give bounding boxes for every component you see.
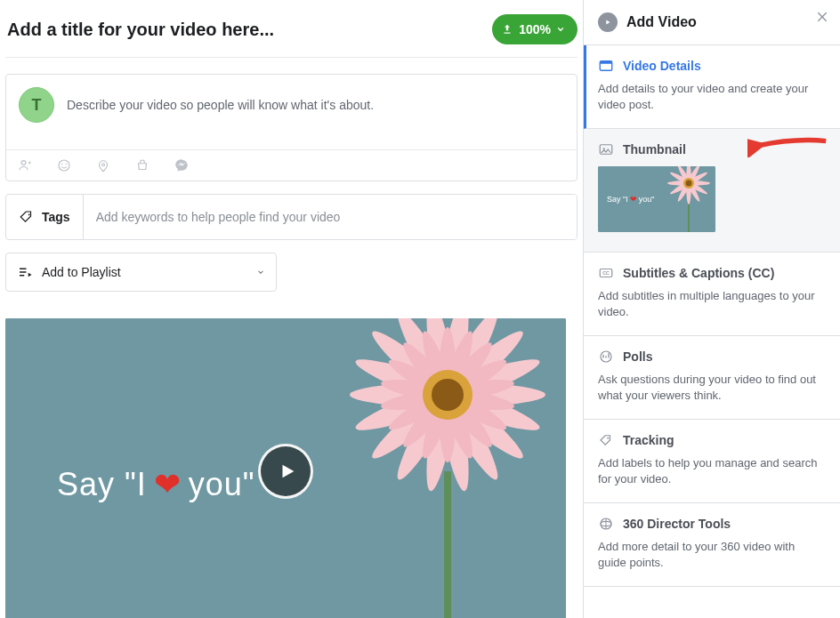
section-tracking[interactable]: Tracking Add labels to help you manage a… (584, 420, 840, 503)
avatar: T (19, 87, 54, 123)
section-desc: Ask questions during your video to find … (598, 372, 826, 403)
product-icon[interactable] (134, 157, 150, 173)
globe-icon (598, 516, 614, 532)
chevron-down-icon (556, 25, 565, 34)
svg-point-28 (432, 379, 464, 411)
playlist-label: Add to Playlist (42, 265, 121, 279)
play-icon (278, 461, 297, 482)
svg-point-1 (21, 161, 26, 165)
upload-progress-text: 100% (519, 22, 551, 36)
chevron-down-icon (256, 265, 265, 279)
tags-input[interactable] (84, 195, 577, 239)
section-thumbnail[interactable]: Thumbnail Say "I ❤ you" (584, 129, 840, 253)
upload-icon (501, 23, 513, 36)
play-button[interactable] (258, 444, 313, 499)
polls-icon (598, 349, 614, 365)
compose-box: T (5, 74, 578, 181)
preview-overlay-text: Say "I ❤ you" (57, 466, 255, 503)
image-icon (598, 141, 614, 157)
svg-point-46 (607, 437, 609, 439)
section-desc: Add subtitles in multiple languages to y… (598, 288, 826, 319)
svg-point-2 (59, 160, 69, 171)
svg-point-4 (66, 164, 68, 165)
close-button[interactable] (815, 9, 829, 27)
avatar-initial: T (32, 96, 42, 115)
tags-label: Tags (6, 195, 84, 239)
side-header: Add Video (584, 0, 840, 45)
thumbnail-preview[interactable]: Say "I ❤ you" (598, 166, 715, 232)
heart-icon: ❤ (154, 466, 182, 503)
section-polls[interactable]: Polls Ask questions during your video to… (584, 336, 840, 420)
upload-progress-button[interactable]: 100% (492, 14, 578, 44)
tags-label-text: Tags (42, 210, 70, 224)
section-title: Tracking (623, 433, 674, 447)
title-row: 100% (5, 5, 578, 58)
details-icon (598, 58, 614, 74)
section-subtitles[interactable]: CC Subtitles & Captions (CC) Add subtitl… (584, 253, 840, 336)
section-title: Thumbnail (623, 142, 686, 157)
playlist-icon (17, 264, 33, 280)
preview-text-right: you" (189, 466, 255, 503)
cc-icon: CC (598, 265, 614, 281)
section-title: 360 Director Tools (623, 517, 731, 531)
section-360-director[interactable]: 360 Director Tools Add more detail to yo… (584, 503, 840, 587)
video-badge-icon (598, 12, 618, 32)
svg-point-5 (102, 164, 105, 166)
section-title: Polls (623, 349, 652, 364)
location-icon[interactable] (95, 157, 111, 173)
svg-rect-0 (505, 33, 511, 34)
main-panel: 100% T (0, 0, 583, 618)
messenger-icon[interactable] (174, 157, 190, 173)
section-desc: Add more detail to your 360 video with g… (598, 539, 826, 570)
thumb-text-left: Say "I (607, 195, 628, 204)
add-to-playlist-dropdown[interactable]: Add to Playlist (5, 253, 277, 292)
compose-toolbar (6, 149, 577, 181)
svg-text:CC: CC (602, 270, 610, 276)
video-description-input[interactable] (65, 87, 564, 123)
svg-rect-8 (444, 471, 451, 618)
tag-person-icon[interactable] (17, 157, 33, 173)
tags-row: Tags (5, 194, 578, 240)
video-preview: Say "I ❤ you" (5, 318, 566, 618)
section-title: Video Details (623, 59, 701, 73)
section-desc: Add details to your video and create you… (598, 81, 826, 112)
tag-icon (19, 209, 35, 225)
close-icon (815, 10, 829, 24)
video-title-input[interactable] (5, 19, 483, 41)
section-title: Subtitles & Captions (CC) (623, 266, 774, 280)
section-video-details[interactable]: Video Details Add details to your video … (584, 45, 840, 129)
thumb-text-right: you" (639, 195, 655, 204)
svg-point-6 (28, 213, 30, 215)
svg-point-3 (61, 164, 63, 165)
svg-rect-30 (600, 61, 612, 64)
emoji-icon[interactable] (56, 157, 72, 173)
tracking-icon (598, 432, 614, 448)
side-panel: Add Video Video Details Add details to y… (583, 0, 840, 618)
preview-text-left: Say "I (57, 466, 147, 503)
svg-point-42 (686, 181, 692, 187)
section-desc: Add labels to help you manage and search… (598, 455, 826, 486)
heart-icon: ❤ (630, 195, 637, 204)
side-header-title: Add Video (626, 14, 697, 30)
